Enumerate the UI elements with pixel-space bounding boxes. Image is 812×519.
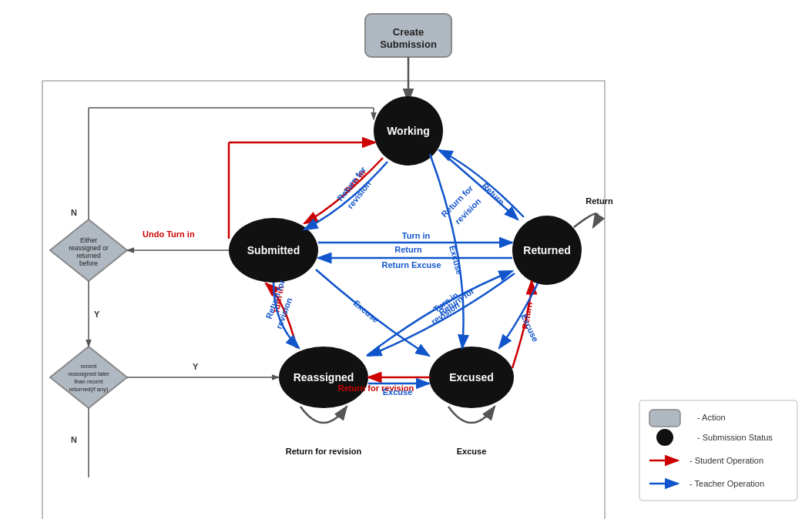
label-return-self-loop: Return bbox=[586, 196, 613, 206]
n1-label: N bbox=[71, 208, 77, 217]
label-return-working-returned: Return bbox=[481, 181, 507, 207]
legend-status-label: - Submission Status bbox=[697, 433, 773, 442]
diagram-container: Create Submission Working Submitted Retu… bbox=[0, 0, 812, 519]
svg-marker-14 bbox=[50, 347, 127, 408]
label-excuse-submitted-excused: Excuse bbox=[352, 298, 381, 324]
svg-text:returned: returned bbox=[76, 252, 101, 260]
label-reassigned-self-loop: Return for revision bbox=[286, 447, 362, 456]
arrow-returned-self-loop bbox=[574, 214, 598, 228]
n2-label: N bbox=[71, 435, 77, 444]
label-excused-self-loop: Excuse bbox=[457, 447, 487, 456]
label-return-between: Return Excuse bbox=[381, 260, 441, 270]
svg-text:Either: Either bbox=[80, 236, 97, 244]
svg-text:recent: recent bbox=[81, 363, 98, 370]
legend-teacher-label: - Teacher Operation bbox=[690, 479, 764, 488]
diamond-1: Either reassigned or returned before bbox=[50, 219, 127, 281]
svg-text:Submission: Submission bbox=[380, 39, 437, 50]
legend-action-icon bbox=[649, 410, 680, 427]
legend-status-icon bbox=[656, 429, 673, 446]
node-working-label: Working bbox=[387, 125, 430, 137]
label-return-returned-submitted: Return bbox=[394, 245, 422, 254]
svg-text:reassigned or: reassigned or bbox=[69, 244, 109, 252]
node-excused-label: Excused bbox=[449, 371, 494, 383]
y2-label: Y bbox=[193, 362, 199, 371]
legend-action-label: - Action bbox=[697, 413, 726, 422]
svg-text:returned(if any): returned(if any) bbox=[69, 386, 109, 393]
node-reassigned-label: Reassigned bbox=[294, 371, 354, 383]
node-returned-label: Returned bbox=[523, 244, 570, 256]
label-excuse-reassigned-excused: Excuse bbox=[383, 387, 413, 397]
label-undo-turn-in: Undo Turn in bbox=[143, 229, 195, 239]
arrow-reassigned-self-loop bbox=[300, 407, 347, 423]
svg-text:reassigned later: reassigned later bbox=[68, 370, 109, 377]
y1-label: Y bbox=[94, 310, 100, 319]
arrow-excused-self-loop bbox=[448, 407, 495, 423]
svg-text:than recent: than recent bbox=[74, 378, 103, 385]
label-turn-in-submitted-returned: Turn in bbox=[402, 231, 431, 240]
svg-text:Create: Create bbox=[393, 26, 424, 38]
node-submitted-label: Submitted bbox=[247, 244, 300, 256]
svg-text:before: before bbox=[79, 260, 98, 267]
legend-student-label: - Student Operation bbox=[690, 456, 763, 465]
label-excuse-working-excused: Excuse bbox=[448, 244, 465, 275]
diamond-2: recent reassigned later than recent retu… bbox=[50, 347, 127, 408]
create-submission-box: Create Submission bbox=[365, 14, 451, 57]
